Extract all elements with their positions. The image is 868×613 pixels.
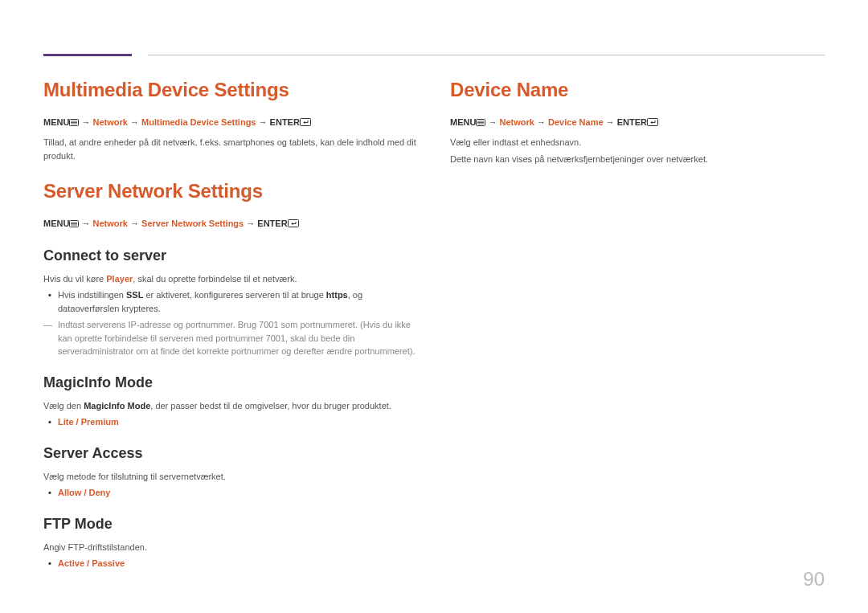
nav-path-device-name: MENU → Network → Device Name → ENTER [450,116,825,129]
heading-ftp-mode: FTP Mode [43,516,418,533]
option-allow-deny: Allow / Deny [58,488,110,497]
menu-icon [476,116,485,130]
ssl-label: SSL [126,290,143,300]
list-item: Allow / Deny [58,486,418,500]
header-rule-accent [43,54,132,56]
enter-icon [647,116,658,130]
path-arrow-1: → [79,219,92,228]
magicinfo-bullets: Lite / Premium [43,415,418,429]
nav-path-server-network: MENU → Network → Server Network Settings… [43,217,418,231]
heading-multimedia-device-settings: Multimedia Device Settings [43,79,418,101]
list-item: Lite / Premium [58,415,418,429]
path-network: Network [93,117,128,127]
path-arrow-2: → [128,219,141,228]
path-arrow-3: → [604,117,617,127]
left-column: Multimedia Device Settings MENU → Networ… [43,79,418,581]
path-arrow-1: → [485,117,499,127]
enter-icon [288,218,299,231]
path-menu-label: MENU [450,117,476,127]
text-fragment: Hvis du vil køre [43,274,106,284]
https-label: https [326,290,348,300]
path-menu-label: MENU [43,219,69,228]
server-access-bullets: Allow / Deny [43,486,418,500]
right-column: Device Name MENU → Network → Device Name… [450,79,825,581]
path-network: Network [93,219,128,228]
device-name-description-1: Vælg eller indtast et enhedsnavn. [450,136,825,149]
path-enter-label: ENTER [617,117,647,127]
menu-icon [69,218,79,231]
heading-server-access: Server Access [43,445,418,462]
heading-connect-to-server: Connect to server [43,247,418,264]
text-fragment: , der passer bedst til de omgivelser, hv… [150,401,391,411]
magicinfo-description: Vælg den MagicInfo Mode, der passer beds… [43,399,418,413]
connect-description: Hvis du vil køre Player, skal du oprette… [43,272,418,286]
path-arrow-2: → [128,117,141,127]
heading-server-network-settings: Server Network Settings [43,180,418,202]
page-number: 90 [803,568,825,591]
heading-device-name: Device Name [450,79,825,101]
path-arrow-3: → [244,219,257,228]
header-rule [43,55,825,56]
text-fragment: Vælg den [43,401,84,411]
ftp-description: Angiv FTP-driftstilstanden. [43,541,418,554]
text-fragment: Hvis indstillingen [58,290,126,300]
enter-icon [300,116,311,130]
path-network: Network [500,117,534,127]
text-fragment: er aktiveret, konfigureres serveren til … [143,290,326,300]
ftp-bullets: Active / Passive [43,557,418,570]
list-item: Active / Passive [58,557,418,570]
header-rule-line [148,55,825,55]
option-lite-premium: Lite / Premium [58,417,119,427]
path-target: Multimedia Device Settings [141,117,256,127]
text-fragment: , skal du oprette forbindelse til et net… [133,274,297,284]
device-name-description-2: Dette navn kan vises på netværksfjernbet… [450,153,825,166]
heading-magicinfo-mode: MagicInfo Mode [43,374,418,391]
connect-bullets: Hvis indstillingen SSL er aktiveret, kon… [43,288,418,315]
path-arrow-2: → [534,117,548,127]
path-arrow-3: → [256,117,269,127]
player-label: Player [106,274,133,284]
connect-note: Indtast serverens IP-adresse og portnumm… [43,318,418,358]
path-target: Server Network Settings [141,219,244,228]
path-arrow-1: → [79,117,92,127]
path-enter-label: ENTER [257,219,287,228]
path-enter-label: ENTER [270,117,300,127]
list-item: Hvis indstillingen SSL er aktiveret, kon… [58,288,418,315]
server-access-description: Vælg metode for tilslutning til serverne… [43,470,418,484]
nav-path-multimedia: MENU → Network → Multimedia Device Setti… [43,116,418,129]
option-active-passive: Active / Passive [58,558,125,568]
page-content: Multimedia Device Settings MENU → Networ… [43,79,825,581]
magicinfo-label: MagicInfo Mode [84,401,150,411]
path-menu-label: MENU [43,117,69,127]
menu-icon [69,116,79,130]
path-target: Device Name [548,117,604,127]
multimedia-description: Tillad, at andre enheder på dit netværk,… [43,136,418,162]
